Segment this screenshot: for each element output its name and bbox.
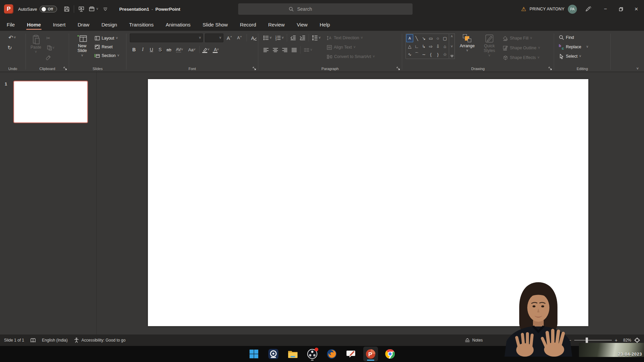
user-name[interactable]: PRINCY ANTONY (530, 7, 565, 11)
customize-quick-access-button[interactable] (100, 4, 110, 14)
powerpoint-logo-icon[interactable]: P (4, 4, 13, 14)
shape-right-brace[interactable]: } (434, 50, 441, 58)
text-direction-button[interactable]: A Text Direction ˅ (327, 34, 375, 42)
pen-editing-icon[interactable] (583, 4, 593, 14)
find-button[interactable]: Find (559, 34, 610, 42)
accessibility-checker[interactable]: Accessibility: Good to go (74, 338, 125, 343)
decrease-indent-button[interactable] (289, 34, 298, 42)
minimize-button[interactable]: − (598, 0, 613, 18)
clear-formatting-button[interactable]: A (250, 34, 258, 42)
shape-fill-button[interactable]: Shape Fill ˅ (502, 34, 540, 42)
restore-button[interactable] (613, 0, 629, 18)
shape-elbow-arrow[interactable]: ↳ (420, 42, 427, 50)
annotation-tool-taskbar-icon[interactable] (344, 347, 359, 361)
tab-review[interactable]: Review (268, 18, 285, 31)
font-dialog-launcher[interactable] (253, 67, 256, 70)
format-painter-button[interactable] (44, 54, 53, 62)
scroll-up-icon[interactable]: ˄ (451, 35, 453, 38)
shape-text-box[interactable]: A (406, 34, 413, 42)
font-name-combobox[interactable]: ˅ (130, 34, 203, 42)
fit-slide-to-window-icon[interactable] (634, 338, 640, 343)
paste-button[interactable]: Paste ˅ (31, 34, 41, 62)
zoom-slider[interactable] (574, 340, 612, 341)
shape-rounded-rectangle[interactable]: ▢ (441, 34, 448, 42)
slide-thumbnail[interactable] (13, 81, 88, 123)
align-text-button[interactable]: Align Text ˅ (327, 43, 375, 51)
select-button[interactable]: Select ˅ (559, 52, 610, 60)
tab-record[interactable]: Record (239, 18, 257, 31)
slide-editing-area[interactable] (148, 79, 588, 326)
save-button[interactable] (62, 4, 72, 14)
bullets-button[interactable]: ˅ (262, 34, 273, 42)
line-spacing-button[interactable]: ˅ (311, 34, 322, 42)
underline-button[interactable]: U (147, 45, 156, 54)
powerpoint-taskbar-icon[interactable]: P (363, 347, 378, 361)
justify-button[interactable] (290, 46, 299, 54)
arrange-button[interactable]: Arrange ˅ (458, 34, 476, 62)
font-color-button[interactable]: A ˅ (211, 45, 221, 54)
tab-animations[interactable]: Animations (165, 18, 191, 31)
text-shadow-button[interactable]: S (156, 45, 164, 54)
close-button[interactable]: × (629, 0, 644, 18)
file-explorer-taskbar-icon[interactable] (285, 347, 300, 361)
numbering-button[interactable]: 123 ˅ (274, 34, 285, 42)
font-size-combobox[interactable]: ˅ (205, 34, 223, 42)
shape-outline-button[interactable]: Shape Outline ˅ (502, 44, 540, 52)
redo-button[interactable]: ↻ (5, 44, 14, 52)
shape-oval[interactable]: ○ (434, 34, 441, 42)
shape-triangle[interactable]: △ (406, 42, 413, 50)
new-slide-button[interactable]: New Slide ˅ (72, 34, 92, 62)
increase-indent-button[interactable] (298, 34, 307, 42)
drawing-dialog-launcher[interactable] (548, 67, 552, 70)
avatar[interactable]: PA (568, 5, 577, 14)
section-button[interactable]: Section ˅ (95, 52, 119, 60)
bold-button[interactable]: B (130, 45, 138, 54)
shape-curve[interactable]: ∼ (420, 50, 427, 58)
align-right-button[interactable] (280, 46, 289, 54)
scroll-down-icon[interactable]: ˅ (451, 45, 453, 48)
tab-transitions[interactable]: Transitions (128, 18, 154, 31)
camera-taskbar-icon[interactable] (266, 347, 281, 361)
strikethrough-button[interactable]: ab (165, 45, 173, 54)
character-spacing-button[interactable]: AV ˅ (173, 45, 185, 54)
language-indicator[interactable]: English (India) (42, 338, 68, 343)
shape-freeform[interactable]: ⌂ (441, 42, 448, 50)
start-taskbar-icon[interactable] (247, 347, 261, 361)
warning-icon[interactable]: ⚠ (521, 6, 526, 12)
screen-clipping-button[interactable]: ˅ (86, 4, 100, 14)
shape-rectangle[interactable]: ▭ (427, 34, 434, 42)
decrease-font-size-button[interactable]: A˅ (235, 34, 244, 42)
collapse-ribbon-button[interactable]: ˅ (637, 66, 639, 70)
copy-button[interactable]: ˅ (44, 44, 57, 52)
zoom-out-button[interactable]: − (569, 338, 571, 343)
shape-block-arrow-down[interactable]: ⇩ (434, 42, 441, 50)
italic-button[interactable]: I (139, 45, 147, 54)
columns-button[interactable]: ˅ (302, 46, 314, 54)
shape-scribble[interactable]: ∿ (406, 50, 413, 58)
notes-button[interactable]: Notes (465, 335, 483, 346)
obs-studio-taskbar-icon[interactable] (305, 347, 320, 361)
spell-check-button[interactable] (30, 338, 36, 343)
tab-help[interactable]: Help (319, 18, 331, 31)
chrome-taskbar-icon[interactable] (383, 347, 397, 361)
replace-button[interactable]: b c Replace ˅ (559, 43, 610, 51)
align-center-button[interactable] (271, 46, 280, 54)
tab-insert[interactable]: Insert (52, 18, 66, 31)
shape-left-brace[interactable]: { (427, 50, 434, 58)
autosave-toggle[interactable]: Off (40, 6, 57, 12)
shape-line-arrow[interactable]: ↘ (420, 34, 427, 42)
shape-arc[interactable]: ⌒ (413, 50, 420, 58)
zoom-percent[interactable]: 82% (621, 338, 631, 343)
gallery-more-icon[interactable] (450, 55, 453, 58)
shape-star[interactable]: ☆ (441, 50, 448, 58)
slide-indicator[interactable]: Slide 1 of 1 (4, 338, 24, 343)
convert-to-smartart-button[interactable]: Convert to SmartArt ˅ (327, 53, 375, 61)
shape-right-angle[interactable]: ∟ (413, 42, 420, 50)
clipboard-dialog-launcher[interactable] (63, 67, 67, 70)
shape-effects-button[interactable]: Shape Effects ˅ (502, 54, 540, 62)
start-slideshow-button[interactable] (76, 4, 86, 14)
tab-slide-show[interactable]: Slide Show (202, 18, 228, 31)
tab-view[interactable]: View (296, 18, 308, 31)
firefox-taskbar-icon[interactable] (324, 347, 339, 361)
tab-file[interactable]: File (6, 18, 15, 31)
